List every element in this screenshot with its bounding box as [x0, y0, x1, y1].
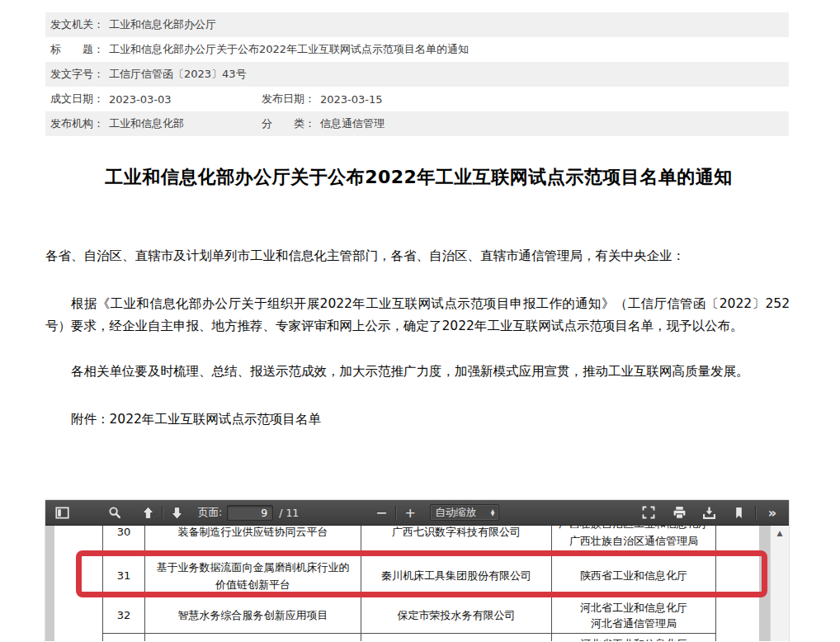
sidebar-toggle-button[interactable] [52, 503, 72, 522]
zoom-out-button[interactable]: − [371, 503, 391, 522]
department-line: 广西壮族自治区通信管理局 [569, 532, 698, 550]
bookmark-button[interactable] [729, 503, 748, 522]
table-row-highlighted: 31 基于业务数据流面向金属磨削机床行业的价值链创新平台 秦川机床工具集团股份有… [103, 555, 716, 597]
page-number-input[interactable] [227, 505, 273, 521]
sidebar-toggle-icon [55, 506, 69, 520]
meta-value: 工业和信息化部办公厅 [109, 17, 216, 32]
next-page-button[interactable] [167, 503, 186, 522]
cell-company-name: 保定市荣投水务有限公司 [361, 597, 552, 633]
zoom-controls: − + 自动缩放 ▲▼ [371, 503, 499, 522]
meta-label: 发文机关： [50, 17, 104, 32]
meta-value: 工业和信息化部 [109, 116, 184, 131]
paragraph-salutation: 各省、自治区、直辖市及计划单列市工业和信息化主管部门，各省、自治区、直辖市通信管… [45, 245, 790, 267]
pdf-page: 30 装备制造行业供应链协同云平台 广西七识数字科技有限公司 广西壮族自治区工业… [54, 526, 759, 641]
meta-label: 标 题： [50, 42, 104, 57]
meta-pair-written-date: 成文日期： 2023-03-03 [50, 92, 262, 106]
meta-row-issuer: 发文机关： 工业和信息化部办公厅 [45, 12, 789, 37]
zoom-level-select[interactable]: 自动缩放 ▲▼ [430, 504, 499, 521]
meta-value: 2023-03-15 [320, 93, 383, 106]
cell-project-name: 智慧水务综合服务创新应用项目 [145, 597, 361, 633]
department-line: 河北省通信管理局 [591, 616, 677, 631]
pdf-content-area[interactable]: 30 装备制造行业供应链协同云平台 广西七识数字科技有限公司 广西壮族自治区工业… [45, 526, 789, 641]
department-line: 河北省工业和信息化厅 [580, 600, 687, 616]
more-tools-button[interactable]: » [762, 503, 782, 522]
meta-label: 发布日期： [262, 92, 315, 106]
meta-label: 发文字号： [50, 67, 104, 82]
department-line: 广西壮族自治区工业和信息化厅 [559, 526, 709, 532]
meta-pair-publish-date: 发布日期： 2023-03-15 [262, 92, 383, 106]
toolbar-divider [755, 506, 756, 520]
previous-page-button[interactable] [138, 503, 158, 522]
cell-department: 广西壮族自治区工业和信息化厅 广西壮族自治区通信管理局 [552, 526, 716, 554]
toolbar-divider [395, 506, 396, 520]
cell-row-number [103, 634, 145, 641]
zoom-in-button[interactable]: + [400, 503, 420, 522]
cell-project-name: 基于业务数据流面向金属磨削机床行业的价值链创新平台 [145, 555, 361, 597]
document-body: 各省、自治区、直辖市及计划单列市工业和信息化主管部门，各省、自治区、直辖市通信管… [45, 245, 790, 431]
cell-department: 陕西省工业和信息化厅 [552, 555, 716, 597]
presentation-mode-button[interactable] [639, 503, 658, 522]
toolbar-divider [162, 506, 163, 520]
search-button[interactable] [105, 503, 125, 522]
search-icon [108, 506, 121, 519]
cell-company-name [361, 634, 552, 641]
cell-company-name: 秦川机床工具集团股份有限公司 [361, 555, 552, 597]
meta-pair-category: 分 类： 信息通信管理 [262, 116, 385, 131]
meta-pair-agency: 发布机构： 工业和信息化部 [50, 116, 262, 131]
meta-row-doc-number: 发文字号： 工信厅信管函〔2023〕43号 [45, 62, 789, 87]
scroll-up-arrow-icon[interactable]: ▲ [771, 529, 789, 537]
table-row: 30 装备制造行业供应链协同云平台 广西七识数字科技有限公司 广西壮族自治区工业… [103, 526, 716, 555]
meta-value: 2023-03-03 [109, 93, 172, 106]
paragraph-basis: 根据《工业和信息化部办公厅关于组织开展2022年工业互联网试点示范项目申报工作的… [45, 293, 790, 338]
cell-project-name [145, 634, 361, 641]
print-button[interactable] [669, 503, 689, 522]
meta-value: 工信厅信管函〔2023〕43号 [109, 67, 247, 82]
meta-row-dates: 成文日期： 2023-03-03 发布日期： 2023-03-15 [45, 87, 789, 111]
meta-row-title: 标 题： 工业和信息化部办公厅关于公布2022年工业互联网试点示范项目名单的通知 [45, 37, 789, 62]
paragraph-attachment: 附件：2022年工业互联网试点示范项目名单 [45, 408, 790, 431]
printer-icon [672, 506, 687, 520]
zoom-level-value: 自动缩放 [435, 506, 476, 520]
pdf-viewer: 页面: / 11 − + 自动缩放 ▲▼ [45, 500, 789, 642]
meta-value: 工业和信息化部办公厅关于公布2022年工业互联网试点示范项目名单的通知 [109, 42, 469, 57]
fullscreen-icon [642, 506, 655, 519]
download-icon [702, 506, 716, 520]
cell-project-name: 装备制造行业供应链协同云平台 [145, 526, 361, 554]
table-row: 32 智慧水务综合服务创新应用项目 保定市荣投水务有限公司 河北省工业和信息化厅… [103, 597, 716, 634]
cell-department: 河北省工业和信息化厅 [552, 634, 716, 641]
department-line: 陕西省工业和信息化厅 [580, 567, 687, 584]
download-button[interactable] [699, 503, 719, 522]
pdf-toolbar: 页面: / 11 − + 自动缩放 ▲▼ [45, 500, 789, 526]
meta-row-agency-category: 发布机构： 工业和信息化部 分 类： 信息通信管理 [45, 111, 789, 136]
page-number-label: 页面: [198, 506, 222, 520]
cell-row-number: 30 [103, 526, 145, 554]
cell-department: 河北省工业和信息化厅 河北省通信管理局 [552, 597, 716, 633]
page-title: 工业和信息化部办公厅关于公布2022年工业互联网试点示范项目名单的通知 [45, 165, 792, 190]
project-list-table: 30 装备制造行业供应链协同云平台 广西七识数字科技有限公司 广西壮族自治区工业… [102, 526, 716, 641]
meta-value: 信息通信管理 [320, 116, 385, 131]
department-line: 河北省工业和信息化厅 [580, 635, 687, 641]
table-row-partial: 河北省工业和信息化厅 [103, 634, 716, 641]
meta-label: 发布机构： [50, 116, 104, 131]
pdf-scrollbar[interactable]: ▲ [770, 526, 789, 641]
meta-label: 成文日期： [50, 92, 104, 106]
arrow-up-icon [141, 506, 155, 520]
meta-label: 分 类： [262, 116, 315, 131]
bookmark-icon [733, 507, 745, 519]
paragraph-requirements: 各相关单位要及时梳理、总结、报送示范成效，加大示范推广力度，加强新模式应用宣贯，… [45, 361, 790, 383]
page-total: / 11 [279, 507, 299, 519]
document-metadata: 发文机关： 工业和信息化部办公厅 标 题： 工业和信息化部办公厅关于公布2022… [45, 12, 789, 136]
cell-row-number: 31 [103, 555, 145, 597]
select-arrows-icon: ▲▼ [491, 509, 495, 516]
arrow-down-icon [170, 506, 184, 520]
cell-row-number: 32 [103, 597, 145, 633]
toolbar-right-group: » [639, 503, 782, 522]
cell-company-name: 广西七识数字科技有限公司 [361, 526, 552, 554]
